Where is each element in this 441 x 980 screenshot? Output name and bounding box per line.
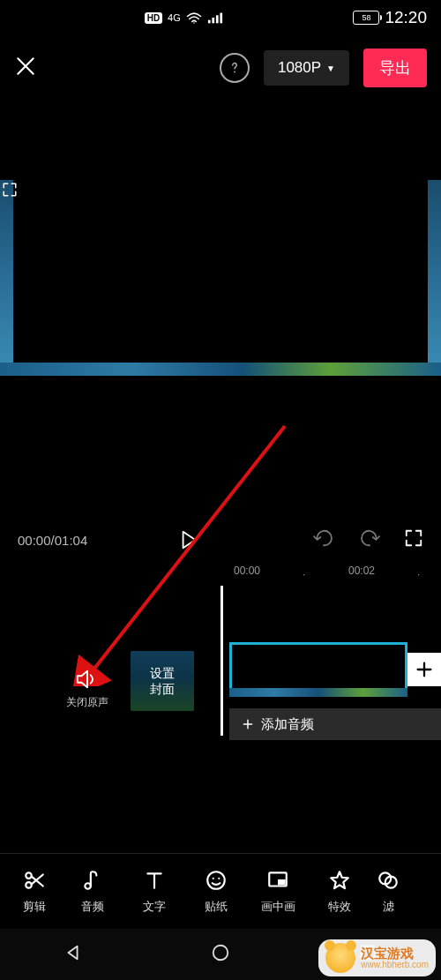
pip-icon — [266, 869, 289, 892]
triangle-back-icon — [64, 943, 83, 962]
resolution-button[interactable]: 1080P ▼ — [264, 50, 349, 86]
svg-point-8 — [26, 882, 32, 888]
scissors-icon — [23, 869, 46, 892]
nav-back[interactable] — [64, 943, 83, 966]
cover-label-2: 封面 — [150, 681, 175, 697]
tool-label: 文字 — [143, 899, 166, 915]
top-bar: 1080P ▼ 导出 — [0, 35, 441, 101]
svg-point-17 — [213, 946, 228, 961]
nav-home[interactable] — [211, 943, 230, 966]
resolution-label: 1080P — [278, 59, 321, 77]
hd-badge: HD — [145, 12, 162, 24]
speaker-icon — [75, 669, 100, 690]
text-icon — [143, 869, 166, 892]
expand-icon — [2, 182, 18, 198]
export-button[interactable]: 导出 — [363, 49, 427, 87]
signal-icon — [207, 11, 223, 24]
svg-rect-14 — [278, 879, 286, 885]
status-indicators: HD 4G — [14, 11, 353, 24]
svg-point-11 — [213, 877, 214, 879]
tool-label: 画中画 — [261, 899, 295, 915]
music-note-icon — [81, 869, 104, 892]
svg-point-10 — [207, 872, 225, 889]
mute-label: 关闭原声 — [66, 695, 108, 710]
svg-rect-2 — [212, 18, 214, 23]
svg-point-7 — [26, 872, 32, 879]
tool-pip[interactable]: 画中画 — [247, 869, 309, 915]
tool-label: 滤 — [383, 899, 394, 915]
play-button[interactable] — [171, 530, 206, 550]
fullscreen-button[interactable] — [404, 528, 423, 551]
status-right: 58 12:20 — [353, 8, 427, 27]
star-icon — [328, 869, 351, 892]
ruler-dot: · — [303, 568, 305, 580]
svg-rect-1 — [208, 20, 211, 24]
timecode: 00:00/01:04 — [18, 533, 87, 548]
tool-label: 贴纸 — [205, 899, 228, 915]
tool-edit[interactable]: 剪辑 — [7, 869, 62, 915]
help-button[interactable] — [220, 53, 250, 83]
chevron-down-icon: ▼ — [326, 64, 335, 73]
playhead[interactable] — [220, 586, 223, 736]
watermark-name: 汉宝游戏 — [361, 946, 429, 961]
battery-indicator: 58 — [353, 11, 379, 25]
watermark-url: www.hbherb.com — [361, 961, 429, 970]
cover-label-1: 设置 — [150, 665, 175, 681]
sticker-icon — [205, 869, 228, 892]
export-label: 导出 — [379, 57, 411, 79]
add-audio-track[interactable]: 添加音频 — [229, 708, 441, 740]
timeline[interactable]: 关闭原声 设置 封面 添加音频 — [0, 616, 441, 757]
svg-point-0 — [193, 22, 195, 24]
tool-sticker[interactable]: 贴纸 — [185, 869, 247, 915]
tool-label: 剪辑 — [23, 899, 46, 915]
tool-fx[interactable]: 特效 — [309, 869, 370, 915]
ruler-dot: · — [417, 568, 420, 580]
plus-icon — [415, 660, 434, 679]
add-clip-button[interactable] — [407, 653, 441, 686]
svg-rect-4 — [220, 13, 222, 24]
svg-point-12 — [218, 877, 220, 879]
close-button[interactable] — [14, 55, 37, 81]
wifi-icon — [186, 11, 202, 24]
tool-label: 音频 — [81, 899, 104, 915]
ruler-tick: 00:00 — [234, 565, 260, 577]
redo-button[interactable] — [358, 528, 381, 551]
playback-controls: 00:00/01:04 — [0, 520, 441, 559]
circle-home-icon — [211, 943, 230, 962]
tool-audio[interactable]: 音频 — [62, 869, 123, 915]
filter-icon — [377, 869, 400, 892]
svg-point-9 — [85, 883, 91, 889]
ruler-tick: 00:02 — [348, 565, 375, 577]
status-bar: HD 4G 58 12:20 — [0, 0, 441, 35]
tool-text[interactable]: 文字 — [123, 869, 185, 915]
network-indicator: 4G — [168, 12, 181, 23]
watermark: 汉宝游戏 www.hbherb.com — [318, 939, 436, 976]
plus-icon — [242, 718, 254, 730]
bottom-toolbar: 剪辑 音频 文字 贴纸 画中画 特效 滤 — [0, 853, 441, 929]
tool-label: 特效 — [328, 899, 351, 915]
add-audio-label: 添加音频 — [261, 716, 314, 733]
bear-icon — [325, 943, 355, 973]
video-preview[interactable] — [0, 180, 441, 376]
video-clip[interactable] — [229, 642, 407, 697]
clock: 12:20 — [385, 8, 427, 27]
battery-level: 58 — [362, 13, 370, 22]
svg-point-5 — [234, 71, 235, 73]
mute-original-sound-button[interactable]: 关闭原声 — [66, 669, 108, 710]
tool-filter[interactable]: 滤 — [370, 869, 406, 915]
set-cover-button[interactable]: 设置 封面 — [131, 651, 194, 711]
undo-button[interactable] — [312, 528, 335, 551]
svg-rect-3 — [216, 15, 219, 23]
